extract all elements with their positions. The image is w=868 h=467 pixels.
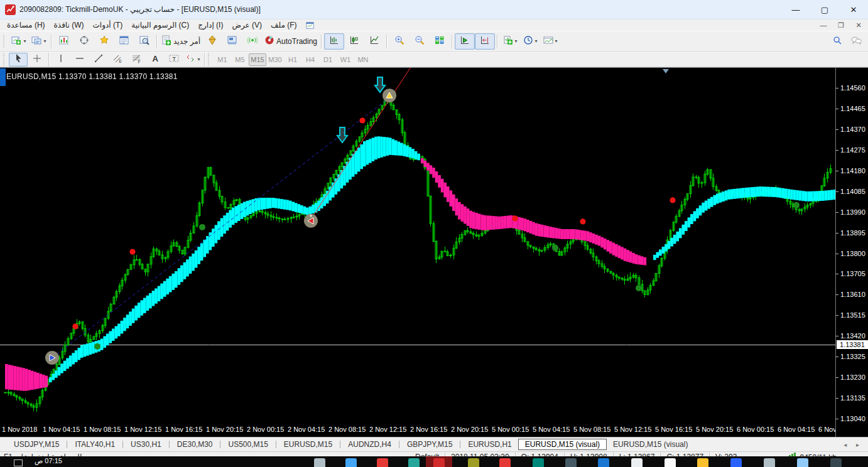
zoom-out-button[interactable] [410,33,430,50]
horizontal-line-tool[interactable] [70,53,89,67]
taskbar-app-blue-icon[interactable] [598,458,609,467]
taskbar-app-lightblue-icon[interactable] [797,458,808,467]
vertical-line-tool[interactable] [52,53,70,67]
taskbar-app-white-icon[interactable] [665,458,676,467]
toolbar-grip[interactable] [208,53,211,66]
mdi-minimize-button[interactable]: — [818,21,829,29]
label-tool[interactable]: T [165,53,183,67]
timeframe-m15[interactable]: M15 [249,53,266,66]
cursor-tool[interactable] [9,53,28,67]
timeframe-mn[interactable]: MN [354,53,372,66]
timeframe-m30[interactable]: M30 [266,53,284,66]
taskbar-app-dark-icon[interactable] [565,458,577,467]
menu-file[interactable]: ملف (F) [266,20,301,30]
chart-shift-button[interactable] [475,33,495,50]
metaeditor-button[interactable] [202,33,222,50]
taskbar-app-light-icon[interactable] [631,458,643,467]
new-chart-button[interactable]: ▾ [9,33,29,50]
new-order-button[interactable]: أمر جديد [160,33,202,50]
chart-tab[interactable]: USDJPY,M15 [8,439,65,450]
taskbar-clock[interactable]: 07:15 ص [35,457,62,465]
market-watch-button[interactable] [114,33,134,50]
chart-tab[interactable]: EURUSD,M15 [278,439,339,450]
time-axis[interactable]: 1 Nov 20181 Nov 04:151 Nov 08:151 Nov 12… [0,422,835,437]
taskbar-app-gray-icon[interactable] [764,458,775,467]
taskbar-folder-icon[interactable] [697,458,708,467]
profiles-button[interactable]: ▾ [29,33,49,50]
candle-chart-button[interactable] [344,33,364,50]
touch-keyboard-icon[interactable] [14,459,23,466]
taskbar-app-dark-2-icon[interactable] [830,458,842,467]
indicators-button-caret[interactable]: ▾ [515,39,518,44]
timeframe-w1[interactable]: W1 [337,53,354,66]
menu-view[interactable]: عرض (V) [227,20,266,30]
chart-tab[interactable]: EURUSD,M15 (visual) [607,439,694,450]
timeframe-m5[interactable]: M5 [231,53,249,66]
toolbar-grip[interactable] [3,53,6,66]
menu-help[interactable]: مساعدة (H) [3,20,50,30]
favorites-button[interactable] [94,33,114,50]
chart-tab[interactable]: US500,M15 [222,439,274,450]
menu-window[interactable]: نافذة (W) [50,20,89,30]
taskbar-metatrader-icon[interactable] [433,458,445,467]
bar-chart-button[interactable] [324,33,344,50]
maximize-button[interactable]: ▢ [810,0,839,19]
chart-tab[interactable]: AUDNZD,H4 [342,439,398,450]
tab-scroll-arrows[interactable]: ◂ ▸ [844,441,863,448]
taskbar-app-window-icon[interactable] [314,458,325,467]
taskbar-app-colorful-icon[interactable] [345,458,357,467]
templates-button[interactable]: ▾ [540,33,560,50]
periods-button-caret[interactable]: ▾ [535,39,538,44]
autotrading-button[interactable]: AutoTrading [263,33,319,50]
profiles-button-caret[interactable]: ▾ [43,39,46,44]
minimize-button[interactable]: — [781,0,810,19]
news-button[interactable] [242,33,263,50]
text-tool[interactable]: A [146,53,165,67]
community-chat-icon[interactable] [851,36,862,48]
menu-insert[interactable]: إدارج (I) [193,20,227,30]
taskbar-app-red-2-icon[interactable] [499,458,511,467]
price-chart[interactable] [0,68,835,422]
tile-windows-button[interactable] [430,33,450,50]
taskbar-app-olive-icon[interactable] [468,458,479,467]
crosshair-tool[interactable] [28,53,46,67]
close-button[interactable]: ✕ [839,0,868,19]
chart-tab[interactable]: EURUSD,H1 [462,439,518,450]
quotes-button[interactable] [74,33,94,50]
new-chart-button-caret[interactable]: ▾ [23,39,26,44]
auto-scroll-button[interactable] [455,33,475,50]
fibonacci-tool[interactable]: F [127,53,146,67]
chart-window-icon[interactable] [305,21,315,30]
taskbar-app-blue-2-icon[interactable] [730,458,742,467]
templates-button-caret[interactable]: ▾ [555,39,558,44]
zoom-in-button[interactable] [389,33,410,50]
arrows-tool-caret[interactable]: ▾ [197,57,200,62]
menu-charts[interactable]: الرسوم البيانية (C) [127,20,193,30]
timeframe-h1[interactable]: H1 [284,53,301,66]
chart-tab[interactable]: GBPJPY,M15 [401,439,458,450]
indicators-button[interactable]: ▾ [500,33,520,50]
tick-chart-button[interactable] [54,33,74,50]
chart-tab[interactable]: ITALY40,H1 [68,439,121,450]
menu-tools[interactable]: أدوات (T) [89,20,127,30]
taskbar-app-teal-2-icon[interactable] [533,458,544,467]
arrows-tool[interactable]: ▾ [183,53,202,67]
toolbar-grip[interactable] [3,35,6,48]
data-window-button[interactable] [134,33,155,50]
terminal-button[interactable] [222,33,242,50]
chart-tab[interactable]: DE30,M30 [171,439,219,450]
periods-button[interactable]: ▾ [520,33,540,50]
chart-tab[interactable]: US30,H1 [124,439,168,450]
mdi-restore-button[interactable]: ❐ [835,21,847,30]
timeframe-h4[interactable]: H4 [301,53,319,66]
timeframe-d1[interactable]: D1 [319,53,337,66]
timeframe-m1[interactable]: M1 [214,53,231,66]
chart-tab-active[interactable]: EURUSD,M15 (visual) [518,439,607,450]
taskbar-app-teal-icon[interactable] [408,458,420,467]
search-icon[interactable] [833,36,842,48]
mdi-close-button[interactable]: ✕ [853,21,864,30]
taskbar-app-red-icon[interactable] [377,458,388,467]
channel-tool[interactable]: E [108,53,127,67]
trendline-tool[interactable] [89,53,108,67]
line-chart-button[interactable] [364,33,384,50]
